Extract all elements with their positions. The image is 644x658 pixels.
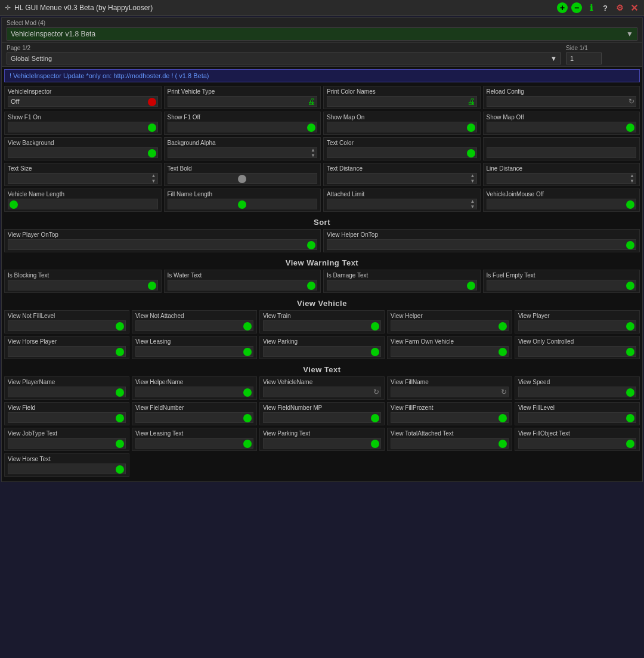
ctrl-view-jobtype-text-widget[interactable] xyxy=(8,438,126,449)
ctrl-view-filllevel-widget[interactable] xyxy=(518,412,636,423)
ctrl-vehicleinspector-label: VehicleInspector xyxy=(8,88,158,95)
move-icon: ✛ xyxy=(5,4,11,12)
ctrl-view-totalattached-text-widget[interactable] xyxy=(391,438,509,449)
ctrl-view-background-widget[interactable] xyxy=(8,147,158,158)
ctrl-view-totalattached-text: View TotalAttached Text xyxy=(387,428,512,451)
ctrl-view-parking-widget[interactable] xyxy=(263,346,381,357)
ctrl-blocking-text-widget[interactable] xyxy=(8,280,158,291)
ctrl-text-bold: Text Bold xyxy=(164,163,321,186)
ctrl-vehicleinspector-widget[interactable]: Off xyxy=(8,96,158,107)
text-size-up-icon: ▲ xyxy=(151,173,156,178)
ctrl-view-parking-text: View Parking Text xyxy=(259,428,385,451)
ctrl-text-bold-widget[interactable] xyxy=(168,173,318,184)
info-button[interactable]: ℹ xyxy=(586,2,596,13)
page-col: Page 1/2 Global Setting ▼ xyxy=(7,45,561,64)
down-arrow-icon: ▼ xyxy=(311,153,315,158)
text-section: View Text View PlayerName View HelperNam… xyxy=(4,362,640,477)
ctrl-text-size-widget[interactable]: ▲ ▼ xyxy=(8,173,158,184)
ctrl-attached-limit-widget[interactable]: ▲ ▼ xyxy=(327,199,477,209)
ctrl-fuel-empty-text-widget[interactable] xyxy=(487,280,637,291)
ctrl-view-not-filllevel-widget[interactable] xyxy=(8,320,126,331)
ctrl-print-color-names-widget[interactable]: 🖨 xyxy=(327,96,477,107)
ctrl-show-f1-on: Show F1 On xyxy=(4,112,162,135)
ctrl-vehiclejoinmouse-off-label: VehicleJoinMouse Off xyxy=(487,191,637,197)
ctrl-view-background: View Background xyxy=(4,137,162,160)
horse-text-row: View Horse Text xyxy=(4,453,640,477)
ctrl-view-player-widget[interactable] xyxy=(518,320,636,331)
ctrl-view-horse-player-widget[interactable] xyxy=(8,346,126,357)
ctrl-vehiclejoinmouse-off-widget[interactable] xyxy=(487,199,637,209)
ctrl-water-text-widget[interactable] xyxy=(168,280,318,291)
ctrl-fuel-empty-text: Is Fuel Empty Text xyxy=(483,270,640,293)
ctrl-view-helpername-widget[interactable] xyxy=(135,387,253,397)
add-button[interactable]: + xyxy=(557,2,568,13)
page-dropdown-value: Global Setting xyxy=(11,55,52,62)
ctrl-view-fillname-widget[interactable]: ↻ xyxy=(391,387,509,397)
text-dist-up-icon: ▲ xyxy=(470,173,475,178)
ctrl-show-map-off-widget[interactable] xyxy=(487,122,637,132)
settings-button[interactable]: ⚙ xyxy=(614,2,625,13)
ctrl-view-parking-text-widget[interactable] xyxy=(263,438,381,449)
ctrl-vehicle-name-length-widget[interactable] xyxy=(8,199,158,209)
ctrl-view-fieldnumber-mp-widget[interactable] xyxy=(263,412,381,423)
ctrl-view-vehiclename-widget[interactable]: ↻ xyxy=(263,387,381,397)
close-button[interactable]: ✕ xyxy=(628,2,639,13)
ctrl-fill-name-length-label: Fill Name Length xyxy=(168,191,318,197)
mod-dropdown-value: VehicleInspector v1.8 Beta xyxy=(11,30,95,38)
ctrl-view-field-widget[interactable] xyxy=(8,412,126,423)
ctrl-view-fieldnumber-mp: View FieldNumber MP xyxy=(259,402,385,425)
ctrl-show-f1-on-widget[interactable] xyxy=(8,122,158,132)
ctrl-view-speed-widget[interactable] xyxy=(518,387,636,397)
ctrl-view-jobtype-text-label: View JobType Text xyxy=(8,430,126,437)
ctrl-blocking-text: Is Blocking Text xyxy=(4,270,162,293)
ctrl-line-distance-widget[interactable]: ▲ ▼ xyxy=(487,173,637,184)
ctrl-text-distance-widget[interactable]: ▲ ▼ xyxy=(327,173,477,184)
ctrl-view-fillprozent: View FillProzent xyxy=(387,402,512,425)
ctrl-view-vehiclename-label: View VehicleName xyxy=(263,379,381,385)
ctrl-view-farm-own-vehicle-widget[interactable] xyxy=(391,346,509,357)
ctrl-view-leasing: View Leasing xyxy=(132,336,257,359)
ctrl-view-playername-widget[interactable] xyxy=(8,387,126,397)
ctrl-view-helpername-label: View HelperName xyxy=(135,379,253,385)
ctrl-view-train-label: View Train xyxy=(263,313,381,319)
ctrl-show-map-on-widget[interactable] xyxy=(327,122,477,132)
ctrl-view-fillprozent-widget[interactable] xyxy=(391,412,509,423)
minus-button[interactable]: − xyxy=(571,2,582,13)
ctrl-view-only-controlled-widget[interactable] xyxy=(518,346,636,357)
page-dropdown-arrow-icon: ▼ xyxy=(550,55,557,62)
warning-header: View Warning Text xyxy=(4,255,640,270)
ctrl-fuel-empty-text-label: Is Fuel Empty Text xyxy=(487,272,637,279)
ctrl-show-f1-on-label: Show F1 On xyxy=(8,114,158,121)
update-banner: ! VehicleInspector Update *only on: http… xyxy=(4,69,640,82)
ctrl-view-field: View Field xyxy=(4,402,129,425)
ctrl-view-helper-widget[interactable] xyxy=(391,320,509,331)
ctrl-text-color-widget[interactable] xyxy=(327,147,477,158)
ctrl-view-fillobject-text-widget[interactable] xyxy=(518,438,636,449)
ctrl-show-f1-off-widget[interactable] xyxy=(168,122,318,132)
row3-controls: View Background Background Alpha ▲ ▼ Tex… xyxy=(4,137,640,160)
ctrl-fill-name-length-widget[interactable] xyxy=(168,199,318,209)
ctrl-view-leasing-widget[interactable] xyxy=(135,346,253,357)
mod-dropdown[interactable]: VehicleInspector v1.8 Beta ▼ xyxy=(7,27,637,41)
ctrl-view-player-ontop-label: View Player OnTop xyxy=(8,231,317,238)
ctrl-view-player-ontop-widget[interactable] xyxy=(8,239,317,250)
ctrl-view-train-widget[interactable] xyxy=(263,320,381,331)
page-dropdown[interactable]: Global Setting ▼ xyxy=(7,52,561,64)
ctrl-print-vehicle-type-widget[interactable]: 🖨 xyxy=(168,96,318,107)
side-input[interactable] xyxy=(566,52,602,64)
question-button[interactable]: ? xyxy=(600,2,611,13)
ctrl-reload-config-widget[interactable]: ↻ xyxy=(487,96,637,107)
text-header: View Text xyxy=(4,362,640,376)
top-controls-row1: VehicleInspector Off Print Vehicle Type … xyxy=(4,86,640,109)
content-area: ! VehicleInspector Update *only on: http… xyxy=(2,67,642,481)
ctrl-view-helper-ontop-label: View Helper OnTop xyxy=(327,231,636,238)
ctrl-view-leasing-text-widget[interactable] xyxy=(135,438,253,449)
page-label: Page 1/2 xyxy=(7,45,561,51)
ctrl-view-fieldnumber-widget[interactable] xyxy=(135,412,253,423)
ctrl-view-not-attached-widget[interactable] xyxy=(135,320,253,331)
ctrl-view-helper-ontop-widget[interactable] xyxy=(327,239,636,250)
ctrl-background-alpha-widget[interactable]: ▲ ▼ xyxy=(168,147,318,158)
ctrl-view-horse-text-widget[interactable] xyxy=(8,464,126,474)
ctrl-line-distance: Line Distance ▲ ▼ xyxy=(483,163,640,186)
ctrl-damage-text-widget[interactable] xyxy=(327,280,477,291)
